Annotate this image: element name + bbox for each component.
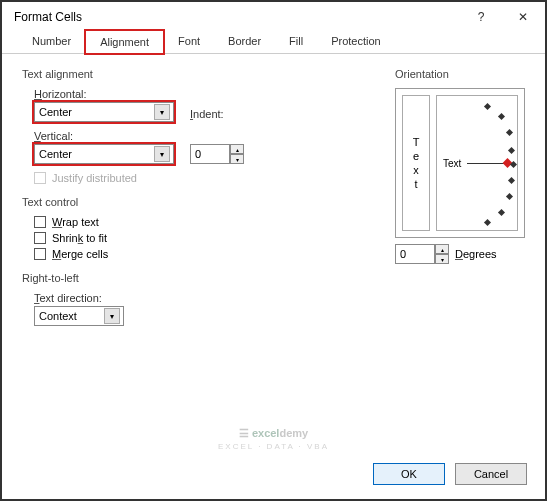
- dialog-title: Format Cells: [14, 10, 82, 24]
- vertical-select[interactable]: Center ▾: [34, 144, 174, 164]
- tab-border[interactable]: Border: [214, 30, 275, 53]
- chevron-down-icon: ▾: [154, 104, 170, 120]
- close-button[interactable]: ✕: [511, 10, 535, 24]
- indent-spinner[interactable]: ▴ ▾: [190, 144, 244, 164]
- dial-dot: [506, 193, 513, 200]
- tabs-bar: Number Alignment Font Border Fill Protec…: [2, 30, 545, 54]
- degrees-spinner[interactable]: ▴ ▾: [395, 244, 449, 264]
- degrees-up[interactable]: ▴: [435, 244, 449, 254]
- tab-font[interactable]: Font: [164, 30, 214, 53]
- vertical-value: Center: [39, 148, 72, 160]
- checkbox-box: [34, 232, 46, 244]
- text-direction-select[interactable]: Context ▾: [34, 306, 124, 326]
- orientation-dial[interactable]: Text: [436, 95, 518, 231]
- indent-down[interactable]: ▾: [230, 154, 244, 164]
- degrees-label: Degrees: [455, 248, 497, 260]
- orientation-vertical-button[interactable]: Text: [402, 95, 430, 231]
- tab-content: Text alignment Horizontal: Center ▾ Inde…: [2, 54, 545, 424]
- tab-number[interactable]: Number: [18, 30, 85, 53]
- indent-input[interactable]: [190, 144, 230, 164]
- chevron-down-icon: ▾: [154, 146, 170, 162]
- dial-dot: [484, 219, 491, 226]
- orientation-box: Text Text: [395, 88, 525, 238]
- text-direction-label: Text direction:: [34, 292, 102, 304]
- degrees-input[interactable]: [395, 244, 435, 264]
- justify-label: Justify distributed: [52, 172, 137, 184]
- checkbox-box: [34, 216, 46, 228]
- dialog-buttons: OK Cancel: [373, 463, 527, 485]
- orientation-group: Orientation Text Text: [395, 68, 525, 264]
- checkbox-box: [34, 172, 46, 184]
- dial-dot: [498, 209, 505, 216]
- indent-label: Indent:: [190, 108, 224, 120]
- dial-line: [467, 163, 505, 164]
- merge-label: Merge cells: [52, 248, 108, 260]
- dial-dot: [484, 103, 491, 110]
- titlebar: Format Cells ? ✕: [2, 2, 545, 30]
- tab-alignment[interactable]: Alignment: [85, 30, 164, 54]
- horizontal-label: Horizontal:: [34, 88, 174, 100]
- dial-dot: [506, 129, 513, 136]
- indent-up[interactable]: ▴: [230, 144, 244, 154]
- window-controls: ? ✕: [469, 10, 535, 24]
- shrink-label: Shrink to fit: [52, 232, 107, 244]
- chevron-down-icon: ▾: [104, 308, 120, 324]
- wrap-label: Wrap text: [52, 216, 99, 228]
- degrees-down[interactable]: ▾: [435, 254, 449, 264]
- direction-value: Context: [39, 310, 77, 322]
- orientation-label: Orientation: [395, 68, 525, 80]
- tab-protection[interactable]: Protection: [317, 30, 395, 53]
- checkbox-box: [34, 248, 46, 260]
- tab-fill[interactable]: Fill: [275, 30, 317, 53]
- help-button[interactable]: ?: [469, 10, 493, 24]
- dial-dot: [508, 177, 515, 184]
- dial-label: Text: [443, 158, 461, 169]
- rtl-label: Right-to-left: [22, 272, 525, 284]
- ok-button[interactable]: OK: [373, 463, 445, 485]
- vertical-label: Vertical:: [34, 130, 174, 142]
- horizontal-select[interactable]: Center ▾: [34, 102, 174, 122]
- horizontal-value: Center: [39, 106, 72, 118]
- dial-dot: [498, 113, 505, 120]
- dial-dot: [508, 147, 515, 154]
- watermark: ☰ exceldemy EXCEL · DATA · VBA: [218, 419, 329, 451]
- cancel-button[interactable]: Cancel: [455, 463, 527, 485]
- dial-dot: [510, 161, 517, 168]
